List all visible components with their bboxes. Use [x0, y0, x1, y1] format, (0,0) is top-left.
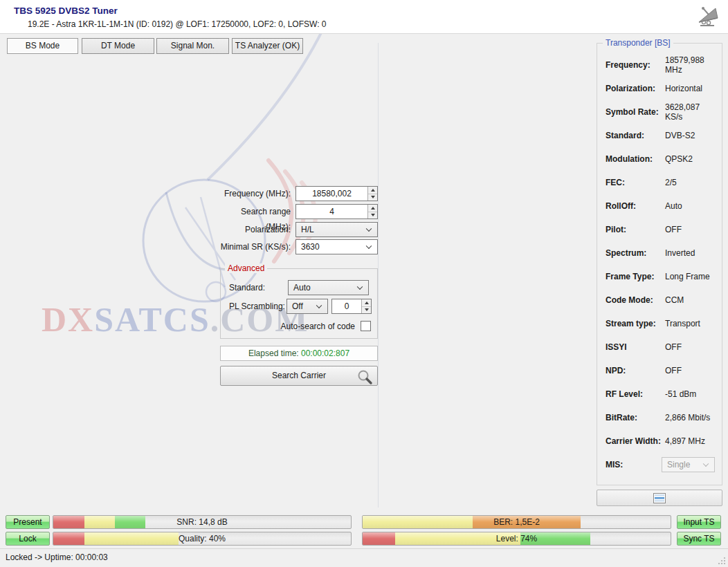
- pl-code-input[interactable]: [332, 299, 361, 313]
- frequency-spinner[interactable]: [367, 187, 377, 201]
- transponder-row: Frame Type: Long Frame: [606, 265, 719, 288]
- quality-meter: Quality: 40%: [53, 532, 352, 546]
- transponder-row-label: RollOff:: [606, 201, 665, 211]
- transponder-row: RF Level: -51 dBm: [606, 382, 719, 406]
- transponder-row-value: Transport: [665, 319, 719, 328]
- tab-ts-analyzer[interactable]: TS Analyzer (OK): [232, 38, 303, 54]
- tab-bs-mode[interactable]: BS Mode: [7, 38, 78, 54]
- transponder-row: Standard: DVB-S2: [606, 124, 719, 147]
- transponder-row-value: Horizontal: [665, 84, 719, 93]
- elapsed-time-box: Elapsed time: 00:00:02:807: [220, 346, 378, 361]
- search-range-input[interactable]: [296, 205, 367, 219]
- status-bar: Locked -> Uptime: 00:00:03: [0, 548, 728, 567]
- transponder-panel: Transponder [BS] Frequency: 18579,988 MH…: [597, 43, 722, 485]
- transponder-row-value: 3628,087 KS/s: [665, 102, 719, 122]
- level-meter: Level: 74%: [362, 532, 671, 546]
- transponder-row-label: FEC:: [606, 178, 665, 187]
- transponder-row-label: Standard:: [606, 131, 665, 140]
- pl-code-spinbox[interactable]: [331, 299, 372, 314]
- transponder-row: Frequency: 18579,988 MHz: [606, 53, 719, 77]
- transponder-row-value: QPSK2: [665, 154, 719, 164]
- transponder-row-value: Auto: [665, 201, 719, 211]
- transponder-row: Pilot: OFF: [606, 218, 719, 241]
- transponder-row: RollOff: Auto: [606, 194, 719, 218]
- spin-down-icon: [368, 194, 377, 201]
- transponder-row-value: DVB-S2: [665, 131, 719, 140]
- polarization-value: H/L: [301, 225, 314, 234]
- transponder-row-label: Frame Type:: [606, 272, 665, 281]
- channel-list-icon: [653, 493, 666, 503]
- frequency-spinbox[interactable]: [295, 186, 378, 201]
- transponder-row-value: 4,897 MHz: [665, 436, 719, 446]
- tab-signal-mon[interactable]: Signal Mon.: [156, 38, 229, 54]
- resize-grip[interactable]: [718, 557, 726, 565]
- app-title: TBS 5925 DVBS2 Tuner: [14, 6, 118, 16]
- transponder-row-label: ISSYI: [606, 342, 665, 352]
- polarization-label: Polarization:: [220, 222, 291, 237]
- pl-scrambling-select[interactable]: Off: [286, 299, 328, 314]
- mis-row: MIS: Single: [606, 457, 715, 472]
- polarization-select[interactable]: H/L: [295, 222, 378, 237]
- auto-search-checkbox[interactable]: [361, 321, 371, 331]
- transponder-row-value: Inverted: [665, 248, 719, 258]
- spin-down-icon: [368, 212, 377, 219]
- magnifier-icon: [356, 369, 373, 385]
- advanced-group: Advanced Standard: Auto PL Scrambling: O…: [220, 268, 378, 339]
- transponder-row-label: BitRate:: [606, 413, 665, 422]
- transponder-row: NPD: OFF: [606, 359, 719, 382]
- transponder-row-label: Frequency:: [606, 60, 665, 70]
- lock-indicator: Lock: [6, 532, 50, 546]
- transponder-row-value: 2,866 Mbit/s: [665, 413, 719, 422]
- present-indicator: Present: [6, 515, 50, 529]
- satellite-dish-icon: [695, 4, 721, 28]
- snr-meter: SNR: 14,8 dB: [53, 515, 352, 529]
- transponder-row-label: Code Mode:: [606, 295, 665, 305]
- transponder-row-label: Spectrum:: [606, 248, 665, 258]
- transponder-row-label: Symbol Rate:: [606, 107, 665, 117]
- pl-scrambling-value: Off: [292, 301, 303, 311]
- search-range-spinbox[interactable]: [295, 204, 378, 219]
- minimal-sr-value: 3630: [301, 242, 320, 252]
- transponder-row: Stream type: Transport: [606, 312, 719, 335]
- transponder-row: Symbol Rate: 3628,087 KS/s: [606, 100, 719, 124]
- transponder-row: Code Mode: CCM: [606, 288, 719, 312]
- search-range-spinner[interactable]: [367, 205, 377, 219]
- elapsed-time-label: Elapsed time:: [248, 348, 299, 358]
- search-carrier-label: Search Carrier: [272, 371, 326, 380]
- chevron-down-icon: [357, 284, 363, 290]
- standard-label: Standard:: [229, 280, 265, 295]
- transponder-row-value: 2/5: [665, 178, 719, 187]
- standard-select[interactable]: Auto: [288, 280, 369, 295]
- standard-value: Auto: [293, 283, 311, 292]
- chevron-down-icon: [366, 243, 372, 249]
- transponder-row-value: Long Frame: [665, 272, 719, 281]
- snr-meter-label: SNR: 14,8 dB: [53, 516, 351, 529]
- mis-label: MIS:: [606, 460, 662, 470]
- transponder-row-label: Stream type:: [606, 319, 665, 328]
- transponder-row: Modulation: QPSK2: [606, 147, 719, 171]
- level-meter-label: Level: 74%: [363, 532, 671, 546]
- elapsed-time-value: 00:00:02:807: [301, 348, 349, 358]
- pl-code-spinner[interactable]: [361, 299, 371, 313]
- minimal-sr-label: Minimal SR (KS/s):: [220, 239, 291, 254]
- minimal-sr-select[interactable]: 3630: [295, 239, 378, 254]
- transponder-row-label: Modulation:: [606, 154, 665, 164]
- chevron-down-icon: [366, 226, 372, 232]
- satellite-info: 19.2E - Astra 1KR-1L-1M-1N (ID: 0192) @ …: [28, 19, 326, 29]
- sync-ts-indicator: Sync TS: [677, 532, 721, 546]
- frequency-input[interactable]: [296, 187, 367, 201]
- spin-up-icon: [362, 299, 371, 307]
- transponder-row: Carrier Width: 4,897 MHz: [606, 429, 719, 453]
- tab-dt-mode[interactable]: DT Mode: [82, 38, 154, 54]
- transponder-row-label: NPD:: [606, 366, 665, 375]
- content-divider-line: [378, 43, 379, 508]
- quality-meter-label: Quality: 40%: [53, 532, 351, 546]
- transponder-row: BitRate: 2,866 Mbit/s: [606, 406, 719, 429]
- pl-scrambling-label: PL Scrambling:: [229, 299, 285, 314]
- search-carrier-button[interactable]: Search Carrier: [220, 366, 378, 386]
- mis-select[interactable]: Single: [662, 457, 715, 472]
- transponder-row-value: CCM: [665, 295, 719, 305]
- transponder-row-value: 18579,988 MHz: [665, 55, 719, 75]
- channel-list-button[interactable]: [597, 490, 722, 506]
- tuner-window: DXSATCS.COM TBS 5925 DVBS2 Tuner 19.2E -…: [0, 0, 728, 567]
